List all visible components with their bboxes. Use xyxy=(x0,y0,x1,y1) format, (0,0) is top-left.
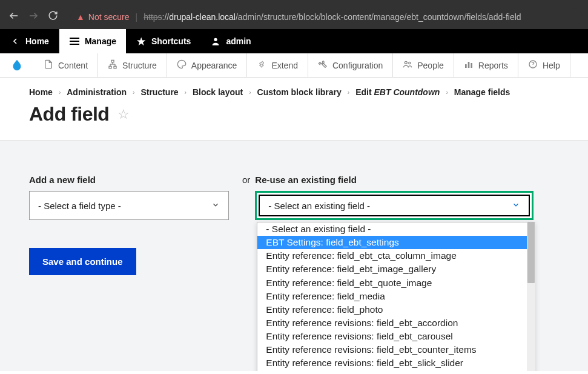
dropdown-option[interactable]: Entity reference: field_media xyxy=(257,290,535,303)
reload-icon xyxy=(48,10,58,21)
page-header: Home›Administration›Structure›Block layo… xyxy=(0,78,588,141)
toolbar-shortcuts[interactable]: ★ Shortcuts xyxy=(126,29,200,53)
existing-field-label: Re-use an existing field xyxy=(255,175,533,185)
hamburger-icon xyxy=(69,38,80,45)
dropdown-option[interactable]: Entity reference revisions: field_ebt_ca… xyxy=(257,330,535,343)
admin-structure-label: Structure xyxy=(122,61,157,70)
back-to-site-icon xyxy=(10,36,21,46)
admin-appearance-label: Appearance xyxy=(191,61,237,70)
browser-toolbar: ▲ Not secure | https://drupal-clean.loca… xyxy=(0,5,588,29)
save-button[interactable]: Save and continue xyxy=(29,248,136,275)
svg-rect-4 xyxy=(109,66,111,68)
dropdown-option[interactable]: - Select an existing field - xyxy=(257,222,535,236)
breadcrumb-separator-icon: › xyxy=(133,89,134,96)
new-field-select-value: - Select a field type - xyxy=(38,201,121,211)
dropdown-option[interactable]: Entity reference revisions: field_ebt_ac… xyxy=(257,316,535,330)
svg-rect-3 xyxy=(111,60,114,62)
breadcrumb-item[interactable]: Block layout xyxy=(193,87,243,97)
not-secure-indicator: ▲ Not secure xyxy=(76,12,130,22)
admin-appearance[interactable]: Appearance xyxy=(167,53,248,78)
toolbar-shortcuts-label: Shortcuts xyxy=(151,36,191,46)
star-icon: ★ xyxy=(136,36,147,47)
admin-extend-label: Extend xyxy=(271,61,298,70)
admin-people-label: People xyxy=(417,61,444,70)
arrow-left-icon xyxy=(8,10,19,21)
page-title: Add field xyxy=(29,103,109,125)
admin-structure[interactable]: Structure xyxy=(98,53,167,78)
toolbar-user[interactable]: admin xyxy=(200,29,260,53)
svg-point-11 xyxy=(409,62,411,64)
dropdown-option[interactable]: Entity reference: field_ebt_quote_image xyxy=(257,276,535,290)
svg-rect-13 xyxy=(468,62,470,68)
admin-extend[interactable]: Extend xyxy=(247,53,308,78)
admin-help[interactable]: Help xyxy=(518,53,570,78)
drupal-drop-icon xyxy=(10,59,24,72)
structure-icon xyxy=(108,59,117,72)
breadcrumb-item: Manage fields xyxy=(454,87,510,97)
shortcut-star-icon[interactable]: ☆ xyxy=(117,107,130,122)
or-label: or xyxy=(242,175,250,185)
back-button[interactable] xyxy=(6,10,22,24)
scrollbar-thumb[interactable] xyxy=(527,222,535,283)
new-field-label: Add a new field xyxy=(29,175,229,185)
admin-content[interactable]: Content xyxy=(34,53,98,78)
dropdown-option[interactable]: Entity reference revisions: field_ebt_sl… xyxy=(257,370,535,371)
svg-rect-12 xyxy=(465,64,467,68)
breadcrumb-separator-icon: › xyxy=(59,89,61,96)
toolbar-manage[interactable]: Manage xyxy=(59,29,126,53)
svg-rect-14 xyxy=(471,63,472,68)
appearance-icon xyxy=(177,59,187,72)
people-icon xyxy=(403,59,412,72)
reports-icon xyxy=(464,59,474,72)
admin-configuration[interactable]: Configuration xyxy=(308,53,393,78)
new-field-select[interactable]: - Select a field type - xyxy=(29,191,229,220)
svg-point-10 xyxy=(405,61,408,64)
breadcrumb-separator-icon: › xyxy=(249,89,251,96)
toolbar-home[interactable]: Home xyxy=(0,29,59,53)
admin-people[interactable]: People xyxy=(393,53,454,78)
breadcrumb-item[interactable]: Administration xyxy=(67,87,127,97)
chevron-down-icon xyxy=(211,201,220,211)
toolbar-home-label: Home xyxy=(25,36,49,46)
existing-field-select-value: - Select an existing field - xyxy=(268,201,370,211)
content-icon xyxy=(44,59,53,72)
existing-field-dropdown: - Select an existing field -EBT Settings… xyxy=(257,222,535,371)
svg-point-2 xyxy=(214,38,217,41)
drupal-toolbar: Home Manage ★ Shortcuts admin xyxy=(0,29,588,53)
breadcrumb-item[interactable]: Edit EBT Countdown xyxy=(355,87,440,97)
svg-rect-5 xyxy=(114,66,116,68)
warning-icon: ▲ xyxy=(76,12,85,22)
drupal-logo[interactable] xyxy=(0,59,34,72)
not-secure-text: Not secure xyxy=(88,12,130,22)
breadcrumb-separator-icon: › xyxy=(348,89,349,96)
help-icon xyxy=(528,59,538,72)
existing-field-select[interactable]: - Select an existing field - - Select an… xyxy=(255,191,533,220)
dropdown-option[interactable]: Entity reference: field_ebt_image_galler… xyxy=(257,262,535,276)
arrow-right-icon xyxy=(28,10,39,21)
admin-content-label: Content xyxy=(58,61,88,70)
admin-menu: Content Structure Appearance Extend Conf… xyxy=(0,53,588,78)
dropdown-option[interactable]: EBT Settings: field_ebt_settings xyxy=(257,236,535,249)
form-area: Add a new field - Select a field type - … xyxy=(0,141,588,371)
forward-button[interactable] xyxy=(25,10,41,24)
dropdown-scrollbar[interactable] xyxy=(527,222,535,371)
breadcrumb-item[interactable]: Structure xyxy=(140,87,178,97)
admin-reports[interactable]: Reports xyxy=(454,53,518,78)
reload-button[interactable] xyxy=(45,10,61,24)
dropdown-option[interactable]: Entity reference revisions: field_ebt_co… xyxy=(257,343,535,356)
breadcrumb-item[interactable]: Custom block library xyxy=(257,87,342,97)
toolbar-manage-label: Manage xyxy=(85,36,116,46)
breadcrumb: Home›Administration›Structure›Block layo… xyxy=(29,87,559,97)
extend-icon xyxy=(257,59,266,72)
dropdown-option[interactable]: Entity reference: field_ebt_cta_column_i… xyxy=(257,249,535,262)
breadcrumb-separator-icon: › xyxy=(185,89,187,96)
configuration-icon xyxy=(318,59,328,72)
toolbar-user-label: admin xyxy=(226,36,251,46)
dropdown-option[interactable]: Entity reference: field_photo xyxy=(257,303,535,316)
admin-help-label: Help xyxy=(543,61,560,70)
breadcrumb-item[interactable]: Home xyxy=(29,87,53,97)
address-bar[interactable]: ▲ Not secure | https://drupal-clean.loca… xyxy=(70,8,582,25)
dropdown-option[interactable]: Entity reference revisions: field_ebt_sl… xyxy=(257,356,535,370)
chevron-down-icon xyxy=(512,201,520,211)
breadcrumb-separator-icon: › xyxy=(446,89,448,96)
